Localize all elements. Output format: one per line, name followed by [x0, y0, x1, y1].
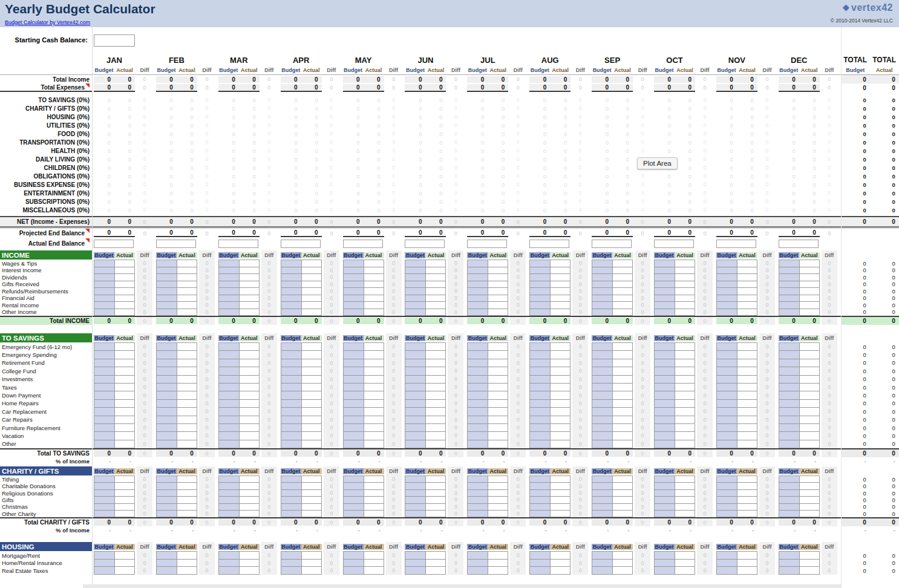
actual-cell[interactable] [425, 309, 446, 316]
budget-cell[interactable] [467, 309, 488, 316]
actual-end-balance-input[interactable] [343, 240, 383, 248]
budget-cell[interactable] [281, 407, 301, 416]
budget-cell[interactable] [467, 359, 488, 367]
actual-cell[interactable] [301, 367, 322, 375]
actual-cell[interactable] [177, 367, 197, 375]
actual-cell[interactable] [675, 399, 695, 408]
actual-cell[interactable] [737, 391, 757, 399]
budget-cell[interactable] [779, 416, 799, 424]
actual-cell[interactable] [301, 416, 322, 424]
budget-cell[interactable] [405, 423, 425, 432]
budget-cell[interactable] [343, 359, 364, 367]
actual-cell[interactable] [799, 559, 820, 567]
actual-cell[interactable] [737, 367, 757, 375]
budget-cell[interactable] [654, 551, 675, 560]
budget-cell[interactable] [529, 566, 550, 575]
budget-cell[interactable] [592, 510, 612, 517]
actual-cell[interactable] [425, 350, 446, 359]
actual-cell[interactable] [239, 309, 260, 316]
budget-cell[interactable] [716, 551, 737, 560]
budget-cell[interactable] [529, 375, 550, 384]
actual-cell[interactable] [675, 407, 695, 416]
actual-cell[interactable] [177, 551, 197, 560]
budget-cell[interactable] [218, 510, 239, 517]
budget-cell[interactable] [592, 399, 612, 408]
budget-cell[interactable] [94, 383, 114, 391]
actual-cell[interactable] [799, 399, 820, 408]
actual-cell[interactable] [612, 383, 633, 391]
actual-cell[interactable] [737, 440, 757, 448]
actual-cell[interactable] [675, 342, 695, 351]
actual-cell[interactable] [177, 399, 197, 408]
actual-cell[interactable] [364, 510, 384, 517]
actual-cell[interactable] [239, 510, 260, 517]
actual-cell[interactable] [675, 431, 695, 440]
budget-cell[interactable] [405, 510, 425, 517]
actual-end-balance-input[interactable] [592, 240, 632, 248]
budget-cell[interactable] [779, 423, 799, 432]
budget-cell[interactable] [405, 551, 425, 560]
budget-cell[interactable] [592, 431, 612, 440]
budget-cell[interactable] [529, 440, 550, 448]
budget-cell[interactable] [343, 367, 364, 375]
actual-cell[interactable] [612, 391, 633, 399]
actual-cell[interactable] [550, 559, 570, 567]
actual-cell[interactable] [364, 342, 384, 351]
actual-cell[interactable] [488, 350, 508, 359]
starting-cash-input[interactable] [94, 34, 135, 47]
actual-cell[interactable] [177, 359, 197, 367]
actual-cell[interactable] [301, 510, 322, 517]
actual-cell[interactable] [114, 367, 135, 375]
actual-cell[interactable] [114, 309, 135, 316]
budget-cell[interactable] [156, 416, 177, 424]
actual-cell[interactable] [550, 359, 570, 367]
budget-cell[interactable] [405, 367, 425, 375]
budget-cell[interactable] [218, 431, 239, 440]
budget-cell[interactable] [654, 350, 675, 359]
budget-cell[interactable] [654, 566, 675, 575]
budget-cell[interactable] [654, 342, 675, 351]
budget-cell[interactable] [94, 407, 114, 416]
budget-cell[interactable] [156, 383, 177, 391]
actual-cell[interactable] [737, 566, 757, 575]
actual-cell[interactable] [737, 416, 757, 424]
actual-cell[interactable] [425, 416, 446, 424]
actual-cell[interactable] [737, 551, 757, 560]
budget-cell[interactable] [405, 566, 425, 575]
budget-cell[interactable] [467, 431, 488, 440]
budget-cell[interactable] [467, 342, 488, 351]
actual-cell[interactable] [239, 375, 260, 384]
actual-cell[interactable] [364, 367, 384, 375]
actual-cell[interactable] [488, 551, 508, 560]
actual-cell[interactable] [550, 407, 570, 416]
actual-cell[interactable] [799, 416, 820, 424]
actual-cell[interactable] [737, 350, 757, 359]
budget-cell[interactable] [156, 559, 177, 567]
budget-cell[interactable] [779, 375, 799, 384]
budget-cell[interactable] [716, 423, 737, 432]
budget-cell[interactable] [716, 391, 737, 399]
actual-cell[interactable] [675, 350, 695, 359]
budget-cell[interactable] [156, 423, 177, 432]
budget-cell[interactable] [716, 383, 737, 391]
budget-cell[interactable] [654, 383, 675, 391]
actual-cell[interactable] [239, 350, 260, 359]
actual-cell[interactable] [799, 367, 820, 375]
actual-cell[interactable] [737, 309, 757, 316]
actual-cell[interactable] [114, 440, 135, 448]
actual-cell[interactable] [239, 440, 260, 448]
vertex42-link[interactable]: Budget Calculator by Vertex42.com [5, 19, 90, 25]
actual-end-balance-input[interactable] [94, 240, 134, 248]
actual-cell[interactable] [799, 551, 820, 560]
actual-cell[interactable] [675, 367, 695, 375]
budget-cell[interactable] [592, 566, 612, 575]
budget-cell[interactable] [467, 383, 488, 391]
actual-cell[interactable] [177, 350, 197, 359]
actual-cell[interactable] [550, 350, 570, 359]
actual-cell[interactable] [737, 375, 757, 384]
actual-cell[interactable] [675, 375, 695, 384]
budget-cell[interactable] [281, 350, 301, 359]
budget-cell[interactable] [94, 399, 114, 408]
budget-cell[interactable] [218, 416, 239, 424]
actual-cell[interactable] [488, 407, 508, 416]
